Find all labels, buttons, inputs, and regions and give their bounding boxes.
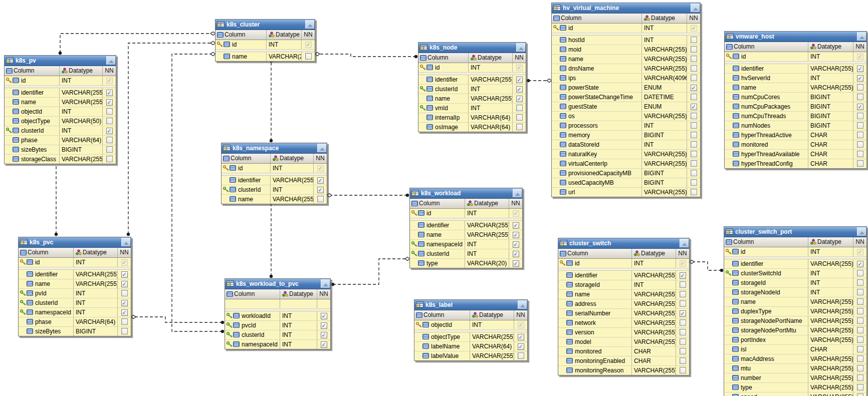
nn-checkbox[interactable] [516, 96, 523, 102]
column-row[interactable]: name VARCHAR(255) [222, 195, 327, 204]
table-k8s_workload_to_pvc[interactable]: k8s_workload_to_pvc Column Datatype NN w… [225, 278, 331, 349]
column-row[interactable]: hvServerId INT [725, 74, 866, 83]
column-row[interactable]: name VARCHAR(255) [725, 83, 866, 93]
nn-checkbox[interactable] [516, 114, 523, 121]
table-header[interactable]: k8s_pvc [19, 237, 131, 248]
column-row[interactable]: serialNumber VARCHAR(255) [558, 309, 689, 318]
nn-checkbox[interactable] [857, 298, 863, 305]
nn-checkbox[interactable] [321, 341, 327, 348]
table-hv_virtual_machine[interactable]: hv_virtual_machine Column Datatype NN id… [551, 3, 701, 197]
nn-checkbox[interactable] [121, 300, 128, 306]
nn-checkbox[interactable] [321, 322, 327, 329]
column-row[interactable]: objectType VARCHAR(50) [5, 117, 116, 126]
nn-checkbox[interactable] [106, 128, 113, 134]
collapse-button[interactable] [518, 300, 527, 309]
table-k8s_label[interactable]: k8s_label Column Datatype NN objectId IN… [414, 299, 528, 361]
collapse-button[interactable] [857, 227, 866, 236]
collapse-button[interactable] [680, 239, 689, 247]
table-header[interactable]: k8s_node [418, 43, 526, 53]
nn-checkbox[interactable] [857, 355, 863, 362]
table-header[interactable]: k8s_workload_to_pvc [225, 279, 330, 289]
nn-checkbox[interactable] [518, 352, 524, 359]
column-row[interactable]: objectId INT [414, 320, 527, 330]
nn-checkbox[interactable] [691, 65, 697, 72]
nn-checkbox[interactable] [513, 210, 519, 217]
nn-checkbox[interactable] [317, 187, 324, 193]
relation-line-k8s_pvc-to-k8s_cluster[interactable] [128, 43, 213, 234]
column-row[interactable]: monitoringReason VARCHAR(255) [558, 366, 689, 375]
column-row[interactable]: monitored CHAR [725, 140, 866, 150]
column-row[interactable]: name VARCHAR(255) [552, 55, 700, 64]
nn-checkbox[interactable] [691, 122, 697, 129]
nn-checkbox[interactable] [857, 75, 863, 82]
column-row[interactable]: speed VARCHAR(255) [724, 392, 866, 396]
column-row[interactable]: guestState ENUM [552, 102, 700, 112]
nn-checkbox[interactable] [317, 177, 324, 184]
nn-checkbox[interactable] [857, 327, 863, 333]
nn-checkbox[interactable] [518, 334, 524, 340]
nn-checkbox[interactable] [680, 291, 686, 297]
nn-checkbox[interactable] [857, 365, 863, 371]
column-row[interactable]: hyperThreadActive CHAR [725, 131, 866, 140]
table-k8s_namespace[interactable]: k8s_namespace Column Datatype NN id INT … [221, 143, 327, 204]
table-k8s_workload[interactable]: k8s_workload Column Datatype NN id INT i… [409, 188, 523, 268]
nn-checkbox[interactable] [305, 42, 312, 48]
table-header[interactable]: k8s_label [414, 300, 527, 310]
column-row[interactable]: identifier VARCHAR(255) [558, 271, 689, 280]
column-row[interactable]: name VARCHAR(255) [724, 297, 866, 307]
nn-checkbox[interactable] [857, 393, 863, 396]
table-header[interactable]: k8s_pv [5, 56, 116, 66]
table-k8s_node[interactable]: k8s_node Column Datatype NN id INT ident… [418, 42, 526, 132]
table-header[interactable]: k8s_workload [410, 188, 522, 199]
column-row[interactable]: storageId INT [558, 280, 689, 290]
column-row[interactable]: pvId INT [19, 289, 131, 298]
column-row[interactable]: duplexType VARCHAR(255) [724, 307, 866, 316]
table-cluster_switch_port[interactable]: cluster_switch_port Column Datatype NN i… [724, 226, 867, 396]
column-row[interactable]: numCpuPackages BIGINT [725, 102, 866, 112]
nn-checkbox[interactable] [857, 160, 863, 167]
nn-checkbox[interactable] [680, 338, 686, 345]
column-row[interactable]: monitored CHAR [558, 347, 689, 356]
column-row[interactable] [225, 299, 330, 309]
nn-checkbox[interactable] [857, 122, 863, 129]
nn-checkbox[interactable] [680, 319, 686, 326]
column-row[interactable]: powerStateChangeTime DATETIME [552, 93, 700, 102]
nn-checkbox[interactable] [857, 384, 863, 390]
nn-checkbox[interactable] [691, 104, 697, 110]
nn-checkbox[interactable] [857, 308, 863, 314]
collapse-button[interactable] [516, 43, 525, 52]
column-row[interactable]: hyperThreadAvailable CHAR [725, 150, 866, 159]
nn-checkbox[interactable] [513, 260, 519, 267]
table-k8s_pvc[interactable]: k8s_pvc Column Datatype NN id INT identi… [18, 237, 131, 336]
table-header[interactable]: vmware_host [725, 32, 866, 42]
column-row[interactable]: labelName VARCHAR(64) [414, 342, 527, 351]
column-row[interactable]: id INT [19, 258, 131, 267]
table-header[interactable]: k8s_namespace [222, 143, 327, 154]
column-row[interactable]: clusterSwitchId INT [724, 269, 866, 278]
nn-checkbox[interactable] [691, 25, 697, 32]
nn-checkbox[interactable] [857, 346, 863, 352]
nn-checkbox[interactable] [121, 309, 128, 316]
column-row[interactable]: osImage VARCHAR(64) [418, 123, 526, 132]
column-row[interactable]: dnsName VARCHAR(255) [552, 64, 700, 74]
column-row[interactable]: clusterId INT [5, 126, 116, 136]
nn-checkbox[interactable] [857, 151, 863, 157]
nn-checkbox[interactable] [691, 151, 697, 157]
collapse-button[interactable] [317, 144, 326, 152]
collapse-button[interactable] [513, 189, 522, 197]
column-row[interactable]: memory BIGINT [552, 131, 700, 140]
nn-checkbox[interactable] [305, 53, 312, 60]
nn-checkbox[interactable] [106, 90, 113, 96]
nn-checkbox[interactable] [857, 249, 863, 255]
table-header[interactable]: k8s_cluster [215, 20, 315, 30]
column-row[interactable]: identifier VARCHAR(255) [418, 75, 526, 85]
nn-checkbox[interactable] [680, 260, 686, 267]
relation-line-k8s_node-to-k8s_cluster[interactable] [317, 54, 416, 57]
nn-checkbox[interactable] [106, 156, 113, 162]
table-header[interactable]: cluster_switch [558, 238, 689, 249]
column-row[interactable]: id INT [724, 247, 866, 257]
nn-checkbox[interactable] [513, 241, 519, 248]
column-row[interactable]: name VARCHAR(255) [418, 94, 526, 104]
column-row[interactable]: macAddress VARCHAR(255) [724, 354, 866, 364]
collapse-button[interactable] [106, 56, 115, 65]
